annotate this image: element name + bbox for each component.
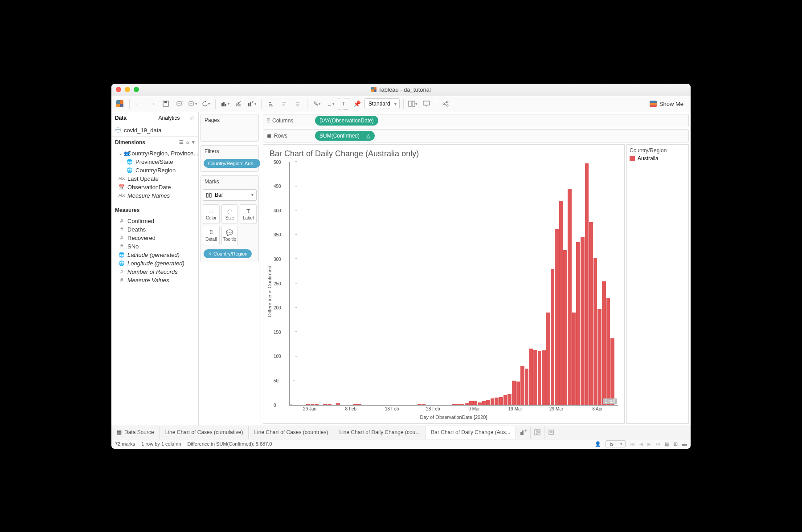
redo-button[interactable]: →: [147, 98, 158, 110]
sheet-tab-3[interactable]: Bar Chart of Daily Change (Aus...: [426, 426, 516, 439]
bar[interactable]: [602, 281, 606, 405]
sort-asc-button[interactable]: [265, 98, 277, 110]
sheet-sorter-icon[interactable]: ▬: [682, 441, 687, 447]
mark-label-button[interactable]: TLabel: [240, 204, 257, 224]
pin-button[interactable]: 📌: [351, 98, 363, 110]
bar[interactable]: [311, 404, 315, 405]
bar[interactable]: [486, 400, 490, 405]
sort-desc-button[interactable]: [278, 98, 290, 110]
bar[interactable]: [516, 382, 520, 405]
filters-shelf[interactable]: Filters Country/Region: Aus..: [200, 145, 259, 172]
bar[interactable]: [417, 404, 421, 405]
labels-button[interactable]: T: [338, 98, 349, 110]
fit-selector[interactable]: Standard: [364, 98, 400, 109]
measure-item-3[interactable]: #SNo: [111, 242, 198, 251]
bar[interactable]: [597, 309, 602, 405]
new-dashboard-tab[interactable]: [531, 426, 544, 439]
bar[interactable]: [460, 404, 464, 405]
marks-color-pill[interactable]: ⁙Country/Region: [204, 249, 252, 258]
bar[interactable]: [465, 403, 469, 405]
zoom-window-button[interactable]: [134, 87, 139, 92]
bar[interactable]: [606, 298, 610, 405]
refresh-button[interactable]: ▾: [200, 98, 212, 110]
clear-sheet-button[interactable]: [233, 98, 244, 110]
close-window-button[interactable]: [116, 87, 121, 92]
pages-shelf[interactable]: Pages: [200, 114, 259, 142]
tableau-icon[interactable]: [114, 98, 126, 110]
bar[interactable]: [529, 349, 533, 405]
bar[interactable]: [507, 394, 511, 405]
bar[interactable]: [585, 163, 589, 405]
datasource-row[interactable]: covid_19_data: [111, 124, 198, 137]
measure-item-4[interactable]: 🌐Latitude (generated): [111, 251, 198, 259]
bar[interactable]: [542, 350, 546, 405]
bar[interactable]: [491, 398, 495, 405]
measure-item-2[interactable]: #Recovered: [111, 234, 198, 242]
measure-item-1[interactable]: #Deaths: [111, 225, 198, 234]
bar[interactable]: [306, 404, 310, 405]
bar[interactable]: [525, 369, 529, 405]
bar[interactable]: [456, 404, 460, 405]
mark-tooltip-button[interactable]: 💬Tooltip: [221, 226, 238, 245]
filter-pill[interactable]: Country/Region: Aus..: [204, 159, 260, 168]
view-list-icon[interactable]: ☰: [179, 139, 184, 145]
sheet-tab-2[interactable]: Line Chart of Daily Change (cou...: [334, 426, 426, 439]
rows-pill[interactable]: SUM(Confirmed) △: [315, 131, 375, 141]
nav-last-icon[interactable]: ⏭: [655, 441, 660, 447]
show-me-button[interactable]: Show Me: [645, 101, 688, 107]
measure-item-5[interactable]: 🌐Longitude (generated): [111, 259, 198, 268]
bar[interactable]: [538, 351, 542, 405]
dimension-item-4[interactable]: 📅ObservationDate: [111, 183, 198, 191]
sheet-tab-0[interactable]: Line Chart of Cases (cumulative): [160, 426, 249, 439]
menu-icon[interactable]: ▾: [192, 139, 195, 145]
bar[interactable]: [572, 313, 576, 405]
measure-item-7[interactable]: #Measure Values: [111, 276, 198, 284]
minimize-window-button[interactable]: [125, 87, 130, 92]
color-legend[interactable]: Country/Region Australia: [626, 144, 689, 424]
filmstrip-icon[interactable]: ▦: [665, 441, 669, 447]
sheet-tab-1[interactable]: Line Chart of Cases (countries): [249, 426, 334, 439]
bar[interactable]: [469, 401, 473, 405]
bar[interactable]: [353, 404, 357, 405]
nav-next-icon[interactable]: ▶: [647, 441, 651, 447]
group-button[interactable]: ▾: [324, 98, 336, 110]
bar[interactable]: [563, 250, 567, 405]
share-button[interactable]: [440, 98, 451, 110]
bar[interactable]: [323, 404, 327, 405]
presentation-button[interactable]: [421, 98, 432, 110]
bar[interactable]: [473, 401, 477, 405]
bar[interactable]: [336, 403, 340, 405]
measure-item-0[interactable]: #Confirmed: [111, 217, 198, 225]
save-button[interactable]: [160, 98, 172, 110]
chart-plot[interactable]: 1 null 050100150200250300350400450500: [289, 162, 618, 406]
bar[interactable]: [422, 404, 426, 405]
bar[interactable]: [478, 402, 482, 405]
bar[interactable]: [551, 269, 555, 405]
bar[interactable]: [315, 404, 319, 405]
mark-detail-button[interactable]: ⠿Detail: [203, 226, 220, 245]
nav-first-icon[interactable]: ⏮: [630, 441, 635, 447]
bar[interactable]: [533, 350, 537, 405]
viz-canvas[interactable]: Bar Chart of Daily Change (Australia onl…: [263, 144, 625, 424]
swap-button[interactable]: ▾: [246, 98, 258, 110]
dimension-item-2[interactable]: 🌐Country/Region: [111, 166, 198, 175]
dimension-item-1[interactable]: 🌐Province/State: [111, 158, 198, 166]
bar[interactable]: [520, 366, 524, 405]
grid-icon[interactable]: ⊞: [674, 441, 678, 447]
bar[interactable]: [357, 404, 361, 405]
measure-item-6[interactable]: #Number of Records: [111, 268, 198, 276]
new-worksheet-button[interactable]: ▾: [219, 98, 231, 110]
new-story-tab[interactable]: [544, 426, 558, 439]
pause-updates-button[interactable]: ▾: [187, 98, 198, 110]
bar[interactable]: [503, 395, 507, 405]
dimension-item-5[interactable]: AbcMeasure Names: [111, 191, 198, 200]
bar[interactable]: [555, 229, 559, 405]
bar[interactable]: [559, 201, 563, 405]
bar[interactable]: [610, 338, 614, 405]
columns-shelf[interactable]: ⦙⦙⦙Columns DAY(ObservationDate): [263, 114, 689, 127]
undo-button[interactable]: ←: [133, 98, 145, 110]
bar[interactable]: [499, 397, 503, 405]
new-datasource-button[interactable]: +: [173, 98, 185, 110]
mark-type-selector[interactable]: ▯▯Bar: [203, 189, 257, 201]
dimension-item-0[interactable]: ⌄ 👥Country/Region, Province...: [111, 149, 198, 158]
